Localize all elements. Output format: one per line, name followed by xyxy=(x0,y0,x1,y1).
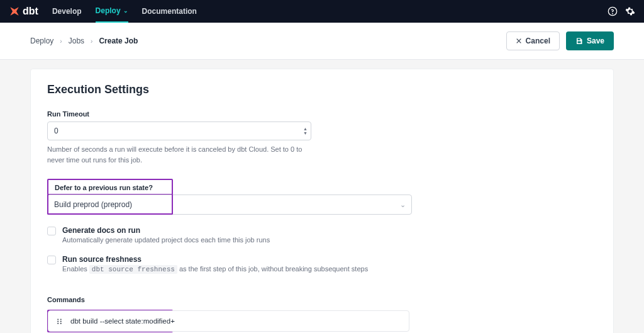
run-timeout-field: Run Timeout ▲▼ Number of seconds a run w… xyxy=(47,110,597,165)
defer-field: Defer to a previous run state? Build pre… xyxy=(47,179,597,215)
generate-docs-desc: Automatically generate updated project d… xyxy=(62,236,270,244)
defer-label: Defer to a previous run state? xyxy=(55,184,165,194)
chevron-right-icon: › xyxy=(91,38,92,45)
svg-point-2 xyxy=(57,319,58,320)
run-timeout-input[interactable] xyxy=(47,121,311,140)
section-title: Execution Settings xyxy=(47,83,597,96)
svg-point-4 xyxy=(57,320,58,322)
drag-handle-icon[interactable] xyxy=(56,318,63,325)
breadcrumb-current: Create Job xyxy=(99,37,138,45)
svg-point-1 xyxy=(613,13,613,14)
cancel-button[interactable]: Cancel xyxy=(506,31,560,50)
execution-settings-card: Execution Settings Run Timeout ▲▼ Number… xyxy=(30,69,614,333)
logo[interactable]: dbt xyxy=(9,6,38,17)
commands-block: Commands dbt build --select state:modifi… xyxy=(47,296,597,333)
dbt-logo-icon xyxy=(9,6,20,17)
svg-point-7 xyxy=(60,322,62,324)
run-timeout-label: Run Timeout xyxy=(47,110,597,118)
help-icon[interactable] xyxy=(608,6,618,16)
nav-develop[interactable]: Develop xyxy=(52,0,82,23)
subbar: Deploy › Jobs › Create Job Cancel Save xyxy=(0,23,644,60)
breadcrumb-item[interactable]: Jobs xyxy=(69,37,84,45)
chevron-down-icon: ⌄ xyxy=(400,201,406,209)
source-freshness-checkbox[interactable] xyxy=(47,256,56,264)
breadcrumb-item[interactable]: Deploy xyxy=(30,37,53,45)
main: Execution Settings Run Timeout ▲▼ Number… xyxy=(0,60,644,333)
command-row[interactable]: dbt build --select state:modified+ xyxy=(48,310,409,332)
top-nav: dbt Develop Deploy⌄ Documentation xyxy=(0,0,644,23)
svg-point-6 xyxy=(57,322,58,324)
logo-text: dbt xyxy=(23,6,38,17)
breadcrumb: Deploy › Jobs › Create Job xyxy=(30,37,138,45)
top-nav-left: dbt Develop Deploy⌄ Documentation xyxy=(9,0,197,23)
defer-highlight: Defer to a previous run state? xyxy=(47,179,173,195)
commands-label: Commands xyxy=(47,296,597,303)
command-text: dbt build --select state:modified+ xyxy=(70,317,175,325)
generate-docs-row: Generate docs on run Automatically gener… xyxy=(47,226,597,244)
generate-docs-title: Generate docs on run xyxy=(62,226,270,235)
source-freshness-title: Run source freshness xyxy=(62,255,368,264)
source-freshness-desc: Enables dbt source freshness as the firs… xyxy=(62,265,368,273)
subbar-actions: Cancel Save xyxy=(506,31,614,50)
svg-point-5 xyxy=(60,320,62,322)
chevron-down-icon: ⌄ xyxy=(123,8,128,14)
generate-docs-checkbox[interactable] xyxy=(47,227,56,235)
defer-select[interactable]: Build preprod (preprod) xyxy=(47,195,412,215)
save-icon xyxy=(575,37,583,45)
close-icon xyxy=(516,38,522,44)
nav-items: Develop Deploy⌄ Documentation xyxy=(52,0,197,23)
top-nav-right xyxy=(608,6,635,16)
chevron-right-icon: › xyxy=(60,38,62,45)
number-stepper[interactable]: ▲▼ xyxy=(303,127,308,135)
save-button[interactable]: Save xyxy=(566,31,614,50)
source-freshness-row: Run source freshness Enables dbt source … xyxy=(47,255,597,273)
nav-documentation[interactable]: Documentation xyxy=(142,0,197,23)
code-inline: dbt source freshness xyxy=(89,265,177,274)
gear-icon[interactable] xyxy=(625,6,635,16)
nav-deploy[interactable]: Deploy⌄ xyxy=(96,0,128,23)
run-timeout-help: Number of seconds a run will execute bef… xyxy=(47,144,311,165)
svg-point-3 xyxy=(60,319,62,320)
command-highlight: dbt build --select state:modified+ xyxy=(47,310,173,332)
